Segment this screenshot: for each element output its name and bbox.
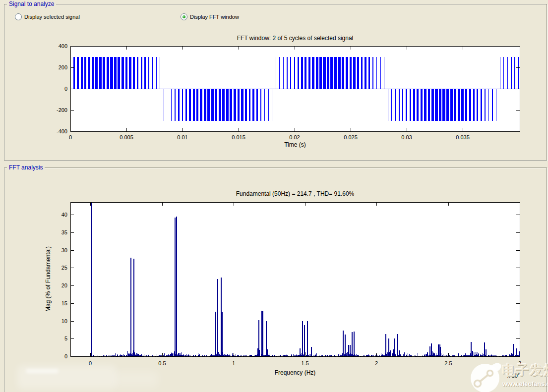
harmonic-spike: [307, 321, 308, 356]
noise-bar: [211, 354, 212, 356]
pwm-pulse: [189, 89, 191, 121]
noise-bar: [127, 351, 128, 356]
noise-bar: [291, 354, 292, 356]
noise-bar: [223, 355, 224, 356]
noise-bar: [436, 353, 436, 356]
pwm-pulse: [365, 57, 366, 89]
noise-bar: [174, 351, 175, 356]
noise-bar: [215, 354, 215, 356]
noise-bar: [129, 354, 130, 356]
pwm-pulse: [279, 57, 280, 89]
noise-bar: [315, 354, 315, 356]
x-tick-label: 0.035: [456, 134, 470, 140]
noise-bar: [154, 354, 154, 356]
harmonic-spike: [176, 217, 177, 356]
pwm-pulse: [388, 89, 388, 121]
noise-bar: [316, 353, 317, 356]
noise-bar: [409, 354, 410, 356]
noise-bar: [408, 353, 408, 356]
harmonic-spike: [484, 342, 485, 356]
noise-bar: [199, 354, 200, 356]
harmonic-spike: [267, 349, 268, 356]
noise-bar: [310, 354, 311, 356]
noise-bar: [181, 352, 182, 356]
x-tick-label: 2.5: [444, 360, 452, 366]
noise-bar: [478, 353, 479, 356]
y-tick-label: -200: [57, 107, 67, 113]
noise-bar: [301, 354, 301, 356]
noise-bar: [259, 350, 260, 356]
noise-bar: [186, 354, 187, 356]
noise-bar: [344, 354, 345, 356]
noise-bar: [443, 354, 443, 356]
noise-bar: [287, 355, 288, 356]
axis-multiplier-base: x 10: [507, 373, 518, 379]
noise-bar: [219, 354, 220, 356]
pwm-pulse: [230, 89, 232, 121]
noise-bar: [394, 352, 394, 356]
noise-bar: [169, 355, 170, 356]
y-tick-label: 20: [61, 282, 67, 288]
pwm-pulse: [160, 57, 160, 89]
noise-bar: [313, 355, 313, 356]
pwm-pulse: [287, 57, 288, 89]
harmonic-spike: [345, 335, 346, 356]
noise-bar: [519, 351, 519, 356]
pwm-pulse: [260, 89, 261, 121]
noise-bar: [230, 354, 230, 356]
noise-bar: [407, 354, 407, 356]
noise-bar: [173, 354, 173, 356]
pwm-pulse: [323, 57, 325, 89]
noise-bar: [309, 354, 309, 356]
pwm-pulse: [514, 57, 515, 89]
noise-bar: [198, 353, 198, 356]
noise-bar: [458, 353, 459, 356]
noise-bar: [176, 354, 176, 356]
noise-bar: [403, 354, 404, 356]
x-tick-label: 0.025: [344, 134, 358, 140]
harmonic-spike: [261, 311, 262, 356]
noise-bar: [302, 353, 302, 356]
harmonic-spike: [215, 312, 216, 356]
noise-bar: [137, 353, 137, 356]
pwm-pulse: [252, 89, 254, 121]
pwm-pulse: [338, 57, 341, 89]
pwm-pulse: [298, 57, 299, 89]
noise-bar: [199, 355, 199, 356]
harmonic-spike: [427, 352, 428, 356]
pwm-pulse: [399, 89, 400, 121]
noise-bar: [392, 353, 393, 356]
noise-bar: [117, 354, 118, 356]
harmonic-spike: [130, 258, 131, 356]
pwm-pulse: [402, 89, 403, 121]
pwm-pulse: [241, 89, 243, 121]
harmonic-spike: [471, 342, 472, 356]
noise-bar: [479, 354, 479, 356]
pwm-pulse: [350, 57, 352, 89]
noise-bar: [145, 355, 145, 356]
noise-bar: [511, 354, 511, 356]
pwm-pulse: [211, 89, 214, 121]
noise-bar: [434, 353, 435, 356]
pwm-pulse: [178, 89, 179, 121]
pwm-pulse: [175, 89, 176, 121]
noise-bar: [395, 354, 396, 356]
noise-bar: [284, 355, 285, 356]
pwm-pulse: [122, 57, 124, 89]
noise-bar: [228, 354, 228, 356]
pwm-pulse: [465, 89, 467, 121]
noise-bar: [404, 352, 405, 356]
harmonic-spike: [516, 348, 517, 356]
pwm-pulse: [182, 89, 183, 121]
noise-bar: [206, 355, 207, 356]
y-tick-label: 35: [61, 229, 67, 235]
noise-bar: [382, 355, 382, 356]
noise-bar: [132, 353, 133, 356]
pwm-pulse: [301, 57, 303, 89]
noise-bar: [232, 353, 233, 356]
pwm-pulse: [308, 57, 310, 89]
pwm-pulse: [256, 89, 258, 121]
noise-bar: [434, 353, 434, 356]
pwm-pulse: [372, 57, 373, 89]
noise-bar: [461, 355, 462, 356]
